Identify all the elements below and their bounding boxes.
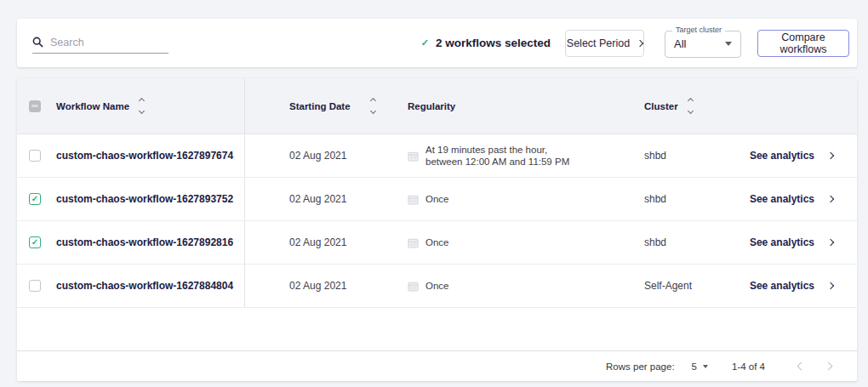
toolbar-actions: ✓ 2 workflows selected Select Period Tar… bbox=[421, 29, 849, 58]
indeterminate-dash-icon bbox=[31, 105, 38, 107]
sort-desc-icon[interactable] bbox=[688, 108, 694, 114]
target-cluster-value: All bbox=[674, 37, 686, 50]
calendar-icon bbox=[408, 237, 419, 248]
rows-per-page-label: Rows per page: bbox=[606, 361, 675, 372]
regularity: At 19 minutes past the hour, between 12:… bbox=[425, 144, 569, 168]
chevron-right-icon bbox=[637, 39, 643, 46]
sort-desc-icon[interactable] bbox=[370, 108, 376, 114]
row-checkbox[interactable]: ✓ bbox=[29, 236, 41, 248]
regularity: Once bbox=[425, 236, 449, 248]
compare-workflows-button[interactable]: Compare workflows bbox=[757, 30, 849, 57]
calendar-icon bbox=[408, 151, 419, 162]
select-period-button[interactable]: Select Period bbox=[565, 30, 644, 57]
workflow-name: custom-chaos-workflow-1627897674 bbox=[56, 150, 244, 162]
row-checkbox[interactable] bbox=[29, 150, 41, 162]
cluster-name: Self-Agent bbox=[644, 280, 746, 292]
toolbar: ✓ 2 workflows selected Select Period Tar… bbox=[17, 19, 857, 67]
caret-down-icon bbox=[703, 365, 708, 368]
sort-control bbox=[140, 99, 144, 113]
chevron-right-icon bbox=[827, 239, 834, 246]
regularity: Once bbox=[425, 193, 449, 205]
calendar-icon bbox=[408, 194, 419, 205]
sort-asc-icon[interactable] bbox=[688, 98, 694, 104]
table-row: ✓ custom-chaos-workflow-1627893752 02 Au… bbox=[17, 178, 857, 221]
sort-control bbox=[371, 99, 375, 113]
chevron-right-icon bbox=[827, 282, 834, 289]
starting-date: 02 Aug 2021 bbox=[244, 221, 408, 264]
table-row: ✓ custom-chaos-workflow-1627892816 02 Au… bbox=[17, 221, 857, 265]
selected-summary: ✓ 2 workflows selected bbox=[421, 37, 551, 49]
sort-control bbox=[688, 99, 693, 113]
select-all-checkbox[interactable] bbox=[29, 100, 41, 112]
sort-desc-icon[interactable] bbox=[139, 108, 145, 114]
pagination-bar: Rows per page: 5 1-4 of 4 bbox=[17, 350, 857, 381]
search-box[interactable] bbox=[32, 37, 168, 54]
see-analytics-link[interactable]: See analytics bbox=[750, 193, 833, 205]
starting-date: 02 Aug 2021 bbox=[244, 178, 408, 220]
caret-down-icon bbox=[725, 42, 732, 46]
row-checkbox[interactable] bbox=[29, 280, 41, 292]
previous-page-button[interactable] bbox=[791, 356, 811, 377]
target-cluster-label: Target cluster bbox=[672, 26, 725, 34]
table-row: custom-chaos-workflow-1627897674 02 Aug … bbox=[17, 134, 857, 178]
cluster-name: shbd bbox=[644, 193, 746, 205]
row-checkbox[interactable]: ✓ bbox=[29, 193, 41, 205]
workflow-name: custom-chaos-workflow-1627892816 bbox=[56, 236, 244, 248]
cluster-name: shbd bbox=[644, 150, 746, 162]
col-header-regularity: Regularity bbox=[408, 101, 455, 111]
workflows-table: Workflow Name Starting Date Regularity C… bbox=[17, 78, 857, 381]
workflow-name: custom-chaos-workflow-1627893752 bbox=[56, 193, 244, 205]
chevron-right-icon bbox=[824, 362, 832, 371]
table-row: custom-chaos-workflow-1627884804 02 Aug … bbox=[17, 265, 857, 308]
search-input[interactable] bbox=[50, 37, 152, 48]
page-range-label: 1-4 of 4 bbox=[732, 361, 765, 372]
see-analytics-link[interactable]: See analytics bbox=[750, 150, 833, 162]
sort-asc-icon[interactable] bbox=[370, 98, 376, 104]
selected-summary-text: 2 workflows selected bbox=[436, 37, 551, 49]
next-page-button[interactable] bbox=[818, 356, 838, 377]
select-period-label: Select Period bbox=[567, 37, 630, 49]
chevron-right-icon bbox=[827, 196, 834, 202]
calendar-icon bbox=[408, 281, 419, 292]
col-header-cluster: Cluster bbox=[644, 101, 678, 111]
chevron-left-icon bbox=[797, 362, 805, 371]
starting-date: 02 Aug 2021 bbox=[244, 134, 408, 177]
table-header-row: Workflow Name Starting Date Regularity C… bbox=[17, 78, 857, 134]
workflow-name: custom-chaos-workflow-1627884804 bbox=[56, 280, 244, 292]
cluster-name: shbd bbox=[644, 236, 746, 248]
table-empty-space bbox=[17, 308, 857, 350]
col-header-workflow-name: Workflow Name bbox=[56, 101, 129, 111]
sort-asc-icon[interactable] bbox=[139, 98, 145, 104]
starting-date: 02 Aug 2021 bbox=[244, 265, 408, 307]
regularity: Once bbox=[425, 280, 449, 292]
rows-per-page-select[interactable]: 5 bbox=[692, 361, 708, 372]
see-analytics-link[interactable]: See analytics bbox=[750, 236, 833, 248]
search-icon bbox=[32, 37, 43, 48]
see-analytics-link[interactable]: See analytics bbox=[750, 280, 833, 292]
col-header-starting-date: Starting Date bbox=[289, 101, 351, 111]
check-icon: ✓ bbox=[421, 37, 429, 48]
target-cluster-select[interactable]: Target cluster All bbox=[665, 31, 741, 58]
chevron-right-icon bbox=[827, 152, 834, 159]
